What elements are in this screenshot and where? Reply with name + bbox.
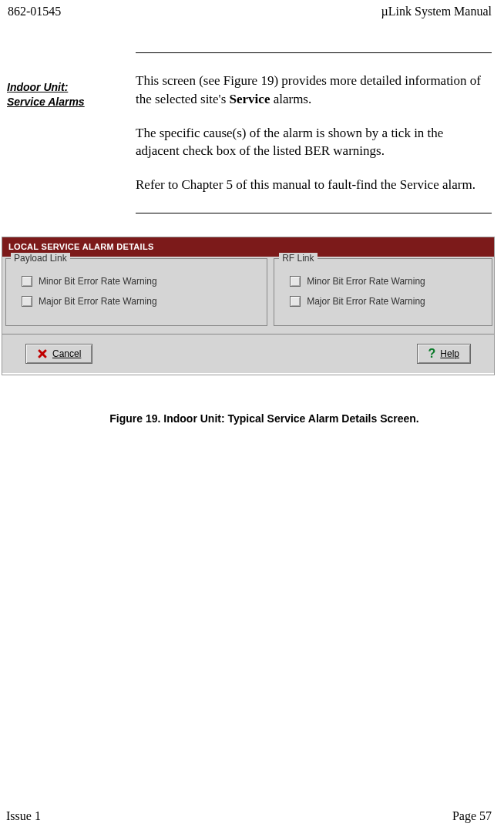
checkbox-icon[interactable] — [290, 276, 301, 287]
group-payload-link: Payload Link Minor Bit Error Rate Warnin… — [5, 258, 267, 326]
section-side-label: Indoor Unit: Service Alarms — [7, 80, 85, 109]
checkbox-icon[interactable] — [290, 296, 301, 307]
checkbox-label: Minor Bit Error Rate Warning — [39, 276, 157, 287]
doc-number: 862-01545 — [8, 5, 61, 18]
checkbox-icon[interactable] — [22, 276, 32, 287]
help-icon: ? — [428, 348, 436, 360]
paragraph-2: The specific cause(s) of the alarm is sh… — [136, 124, 492, 161]
doc-title: µLink System Manual — [381, 5, 492, 18]
checkbox-label: Major Bit Error Rate Warning — [39, 296, 157, 307]
checkbox-icon[interactable] — [22, 296, 32, 307]
section-body: This screen (see Figure 19) provides mor… — [136, 52, 492, 213]
close-icon — [37, 348, 48, 359]
group-label-rf: RF Link — [279, 253, 317, 264]
page-footer: Issue 1 Page 57 — [6, 809, 492, 823]
dialog-body: Payload Link Minor Bit Error Rate Warnin… — [2, 257, 494, 334]
checkbox-label: Minor Bit Error Rate Warning — [307, 276, 425, 287]
paragraph-1: This screen (see Figure 19) provides mor… — [136, 72, 492, 109]
help-label: Help — [440, 348, 459, 359]
checkbox-row-minor-rf[interactable]: Minor Bit Error Rate Warning — [290, 276, 482, 287]
page-header: 862-01545 µLink System Manual — [6, 5, 492, 18]
side-label-line2: Service Alarms — [7, 96, 85, 108]
cancel-label: Cancel — [52, 348, 81, 359]
service-alarm-dialog: LOCAL SERVICE ALARM DETAILS Payload Link… — [2, 237, 495, 375]
dialog-button-bar: Cancel ? Help — [2, 334, 494, 373]
group-rf-link: RF Link Minor Bit Error Rate Warning Maj… — [274, 258, 492, 326]
checkbox-row-major-payload[interactable]: Major Bit Error Rate Warning — [22, 296, 257, 307]
issue-number: Issue 1 — [6, 809, 41, 823]
paragraph-3: Refer to Chapter 5 of this manual to fau… — [136, 176, 492, 194]
checkbox-row-minor-payload[interactable]: Minor Bit Error Rate Warning — [22, 276, 257, 287]
cancel-button[interactable]: Cancel — [25, 344, 92, 364]
checkbox-row-major-rf[interactable]: Major Bit Error Rate Warning — [290, 296, 482, 307]
group-label-payload: Payload Link — [11, 253, 70, 264]
page-number: Page 57 — [452, 809, 492, 823]
figure-caption: Figure 19. Indoor Unit: Typical Service … — [6, 412, 492, 425]
side-label-line1: Indoor Unit: — [7, 81, 68, 93]
p1-text-c: alarms. — [270, 92, 311, 106]
checkbox-label: Major Bit Error Rate Warning — [307, 296, 425, 307]
help-button[interactable]: ? Help — [417, 344, 471, 364]
dialog-title: LOCAL SERVICE ALARM DETAILS — [2, 237, 494, 257]
p1-bold: Service — [230, 92, 270, 106]
